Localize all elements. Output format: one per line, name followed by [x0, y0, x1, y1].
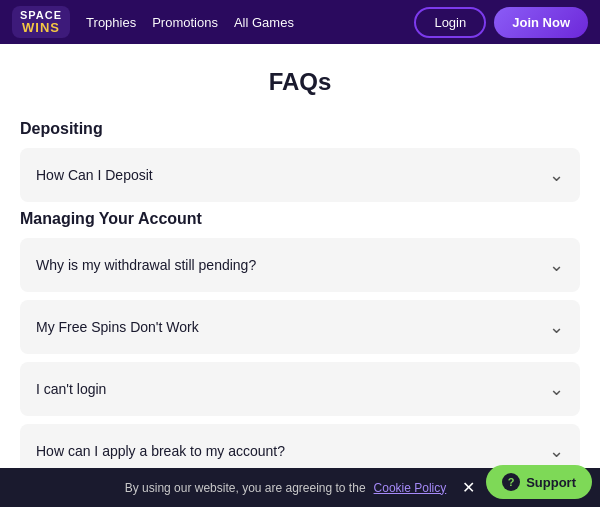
section-managing: Managing Your Account Why is my withdraw… [20, 210, 580, 507]
faq-question: How can I apply a break to my account? [36, 443, 285, 459]
login-button[interactable]: Login [414, 7, 486, 38]
chevron-down-icon: ⌄ [549, 440, 564, 462]
faq-question: Why is my withdrawal still pending? [36, 257, 256, 273]
nav-links: Trophies Promotions All Games [86, 15, 414, 30]
cookie-policy-link[interactable]: Cookie Policy [374, 481, 447, 495]
faq-item[interactable]: How Can I Deposit ⌄ [20, 148, 580, 202]
section-title-managing: Managing Your Account [20, 210, 580, 228]
page-title: FAQs [20, 68, 580, 96]
cookie-text: By using our website, you are agreeing t… [125, 481, 366, 495]
nav-trophies[interactable]: Trophies [86, 15, 136, 30]
chevron-down-icon: ⌄ [549, 164, 564, 186]
logo: SPACE WINS [12, 6, 70, 38]
nav-promotions[interactable]: Promotions [152, 15, 218, 30]
chevron-down-icon: ⌄ [549, 378, 564, 400]
faq-item[interactable]: I can't login ⌄ [20, 362, 580, 416]
nav-buttons: Login Join Now [414, 7, 588, 38]
support-icon: ? [502, 473, 520, 491]
nav-all-games[interactable]: All Games [234, 15, 294, 30]
logo-bottom: WINS [22, 21, 60, 34]
cookie-close-button[interactable]: ✕ [462, 478, 475, 497]
main-content: FAQs Depositing How Can I Deposit ⌄ Mana… [0, 44, 600, 507]
faq-item[interactable]: My Free Spins Don't Work ⌄ [20, 300, 580, 354]
join-button[interactable]: Join Now [494, 7, 588, 38]
support-button[interactable]: ? Support [486, 465, 592, 499]
faq-item[interactable]: Why is my withdrawal still pending? ⌄ [20, 238, 580, 292]
chevron-down-icon: ⌄ [549, 316, 564, 338]
navbar: SPACE WINS Trophies Promotions All Games… [0, 0, 600, 44]
section-depositing: Depositing How Can I Deposit ⌄ [20, 120, 580, 202]
faq-question: My Free Spins Don't Work [36, 319, 199, 335]
chevron-down-icon: ⌄ [549, 254, 564, 276]
faq-question: How Can I Deposit [36, 167, 153, 183]
support-label: Support [526, 475, 576, 490]
section-title-depositing: Depositing [20, 120, 580, 138]
faq-question: I can't login [36, 381, 106, 397]
